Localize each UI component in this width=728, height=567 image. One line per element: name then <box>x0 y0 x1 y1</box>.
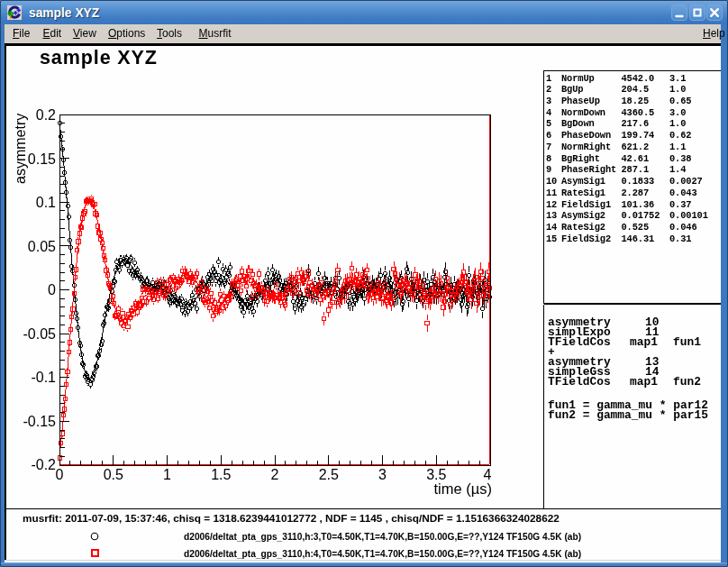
svg-text:1: 1 <box>163 467 171 482</box>
svg-text:0.1: 0.1 <box>36 195 56 210</box>
svg-text:-0.15: -0.15 <box>23 414 57 429</box>
svg-text:0.5: 0.5 <box>104 467 123 482</box>
svg-text:-0.05: -0.05 <box>23 326 57 342</box>
svg-text:0: 0 <box>56 467 64 482</box>
svg-text:2.5: 2.5 <box>319 467 339 482</box>
svg-text:1.5: 1.5 <box>211 467 231 482</box>
svg-text:time (µs): time (µs) <box>433 480 492 497</box>
svg-text:3: 3 <box>378 467 387 482</box>
svg-text:-0.2: -0.2 <box>31 457 56 472</box>
svg-text:0: 0 <box>48 282 56 297</box>
svg-text:0.2: 0.2 <box>36 107 56 123</box>
svg-text:-0.1: -0.1 <box>31 370 56 385</box>
svg-text:0.05: 0.05 <box>28 239 56 254</box>
svg-text:asymmetry: asymmetry <box>13 114 28 184</box>
svg-text:0.15: 0.15 <box>28 151 56 167</box>
svg-text:2: 2 <box>271 467 279 482</box>
